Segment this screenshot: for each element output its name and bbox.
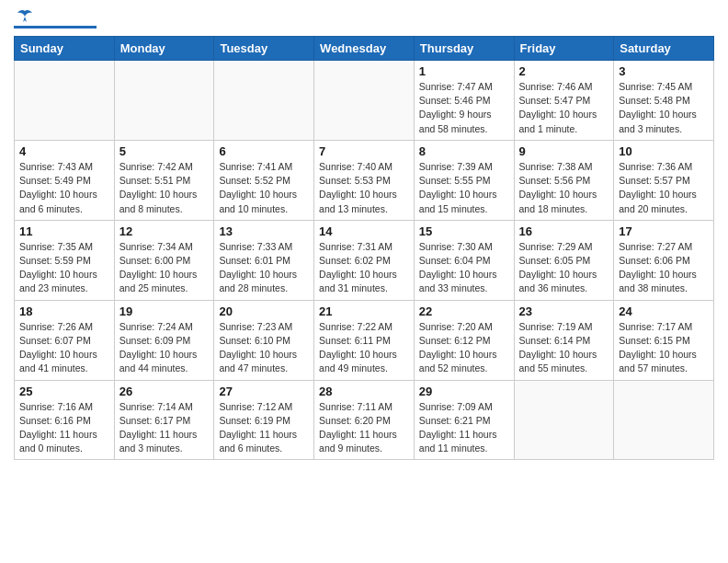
day-number: 21 (319, 304, 409, 318)
col-header-monday: Monday (114, 37, 214, 61)
day-info: Sunrise: 7:27 AM Sunset: 6:06 PM Dayligh… (619, 240, 709, 296)
day-info: Sunrise: 7:35 AM Sunset: 5:59 PM Dayligh… (19, 240, 109, 296)
day-info: Sunrise: 7:19 AM Sunset: 6:14 PM Dayligh… (519, 320, 609, 376)
day-info: Sunrise: 7:11 AM Sunset: 6:20 PM Dayligh… (319, 400, 409, 456)
day-number: 12 (119, 224, 210, 238)
calendar-week-row: 18Sunrise: 7:26 AM Sunset: 6:07 PM Dayli… (15, 300, 714, 380)
day-number: 27 (219, 385, 309, 398)
day-info: Sunrise: 7:33 AM Sunset: 6:01 PM Dayligh… (219, 240, 309, 296)
calendar-cell: 19Sunrise: 7:24 AM Sunset: 6:09 PM Dayli… (114, 300, 214, 380)
day-number: 1 (419, 64, 509, 78)
calendar-cell: 17Sunrise: 7:27 AM Sunset: 6:06 PM Dayli… (614, 220, 714, 300)
calendar-cell (214, 61, 314, 141)
day-info: Sunrise: 7:47 AM Sunset: 5:46 PM Dayligh… (419, 80, 509, 136)
calendar-week-row: 11Sunrise: 7:35 AM Sunset: 5:59 PM Dayli… (15, 220, 714, 300)
day-number: 22 (419, 304, 509, 318)
calendar-week-row: 4Sunrise: 7:43 AM Sunset: 5:49 PM Daylig… (15, 140, 714, 220)
day-info: Sunrise: 7:31 AM Sunset: 6:02 PM Dayligh… (319, 240, 409, 296)
day-number: 14 (319, 224, 409, 238)
day-info: Sunrise: 7:12 AM Sunset: 6:19 PM Dayligh… (219, 400, 309, 456)
day-number: 26 (119, 385, 210, 398)
calendar-cell: 14Sunrise: 7:31 AM Sunset: 6:02 PM Dayli… (314, 220, 415, 300)
col-header-tuesday: Tuesday (214, 37, 314, 61)
logo (14, 9, 97, 29)
calendar-cell: 20Sunrise: 7:23 AM Sunset: 6:10 PM Dayli… (214, 300, 314, 380)
calendar-cell: 16Sunrise: 7:29 AM Sunset: 6:05 PM Dayli… (514, 220, 614, 300)
day-info: Sunrise: 7:09 AM Sunset: 6:21 PM Dayligh… (419, 400, 509, 456)
day-number: 4 (19, 144, 109, 158)
calendar-cell: 9Sunrise: 7:38 AM Sunset: 5:56 PM Daylig… (514, 140, 614, 220)
calendar-cell: 6Sunrise: 7:41 AM Sunset: 5:52 PM Daylig… (214, 140, 314, 220)
page-header (14, 9, 714, 29)
day-info: Sunrise: 7:43 AM Sunset: 5:49 PM Dayligh… (19, 160, 109, 216)
calendar-week-row: 25Sunrise: 7:16 AM Sunset: 6:16 PM Dayli… (15, 380, 714, 460)
day-number: 9 (519, 144, 609, 158)
day-number: 3 (619, 64, 709, 78)
day-info: Sunrise: 7:16 AM Sunset: 6:16 PM Dayligh… (19, 400, 109, 456)
day-number: 20 (219, 304, 309, 318)
day-info: Sunrise: 7:26 AM Sunset: 6:07 PM Dayligh… (19, 320, 109, 376)
calendar-header-row: SundayMondayTuesdayWednesdayThursdayFrid… (15, 37, 714, 61)
day-number: 11 (19, 224, 109, 238)
calendar-cell (614, 380, 714, 460)
day-number: 15 (419, 224, 509, 238)
day-info: Sunrise: 7:30 AM Sunset: 6:04 PM Dayligh… (419, 240, 509, 296)
calendar-cell: 25Sunrise: 7:16 AM Sunset: 6:16 PM Dayli… (15, 380, 115, 460)
day-info: Sunrise: 7:17 AM Sunset: 6:15 PM Dayligh… (619, 320, 709, 376)
calendar-cell: 22Sunrise: 7:20 AM Sunset: 6:12 PM Dayli… (414, 300, 514, 380)
col-header-wednesday: Wednesday (314, 37, 415, 61)
calendar-cell: 4Sunrise: 7:43 AM Sunset: 5:49 PM Daylig… (15, 140, 115, 220)
day-number: 19 (119, 304, 210, 318)
calendar-cell (114, 61, 214, 141)
col-header-thursday: Thursday (414, 37, 514, 61)
calendar-cell (314, 61, 415, 141)
calendar-cell: 3Sunrise: 7:45 AM Sunset: 5:48 PM Daylig… (614, 61, 714, 141)
day-info: Sunrise: 7:38 AM Sunset: 5:56 PM Dayligh… (519, 160, 609, 216)
day-info: Sunrise: 7:45 AM Sunset: 5:48 PM Dayligh… (619, 80, 709, 136)
day-number: 29 (419, 385, 509, 398)
day-info: Sunrise: 7:14 AM Sunset: 6:17 PM Dayligh… (119, 400, 210, 456)
calendar-cell: 24Sunrise: 7:17 AM Sunset: 6:15 PM Dayli… (614, 300, 714, 380)
day-info: Sunrise: 7:40 AM Sunset: 5:53 PM Dayligh… (319, 160, 409, 216)
day-info: Sunrise: 7:22 AM Sunset: 6:11 PM Dayligh… (319, 320, 409, 376)
calendar-cell: 10Sunrise: 7:36 AM Sunset: 5:57 PM Dayli… (614, 140, 714, 220)
col-header-sunday: Sunday (15, 37, 115, 61)
day-number: 10 (619, 144, 709, 158)
calendar-table: SundayMondayTuesdayWednesdayThursdayFrid… (14, 36, 714, 460)
calendar-cell: 12Sunrise: 7:34 AM Sunset: 6:00 PM Dayli… (114, 220, 214, 300)
calendar-cell: 18Sunrise: 7:26 AM Sunset: 6:07 PM Dayli… (15, 300, 115, 380)
col-header-saturday: Saturday (614, 37, 714, 61)
calendar-cell: 26Sunrise: 7:14 AM Sunset: 6:17 PM Dayli… (114, 380, 214, 460)
day-info: Sunrise: 7:39 AM Sunset: 5:55 PM Dayligh… (419, 160, 509, 216)
calendar-cell: 21Sunrise: 7:22 AM Sunset: 6:11 PM Dayli… (314, 300, 415, 380)
day-info: Sunrise: 7:20 AM Sunset: 6:12 PM Dayligh… (419, 320, 509, 376)
day-number: 5 (119, 144, 210, 158)
day-number: 8 (419, 144, 509, 158)
day-number: 16 (519, 224, 609, 238)
day-info: Sunrise: 7:23 AM Sunset: 6:10 PM Dayligh… (219, 320, 309, 376)
day-info: Sunrise: 7:42 AM Sunset: 5:51 PM Dayligh… (119, 160, 210, 216)
calendar-cell: 13Sunrise: 7:33 AM Sunset: 6:01 PM Dayli… (214, 220, 314, 300)
day-number: 18 (19, 304, 109, 318)
calendar-cell: 1Sunrise: 7:47 AM Sunset: 5:46 PM Daylig… (414, 61, 514, 141)
calendar-cell: 7Sunrise: 7:40 AM Sunset: 5:53 PM Daylig… (314, 140, 415, 220)
day-number: 6 (219, 144, 309, 158)
day-number: 24 (619, 304, 709, 318)
day-info: Sunrise: 7:34 AM Sunset: 6:00 PM Dayligh… (119, 240, 210, 296)
day-info: Sunrise: 7:24 AM Sunset: 6:09 PM Dayligh… (119, 320, 210, 376)
day-number: 28 (319, 385, 409, 398)
day-info: Sunrise: 7:29 AM Sunset: 6:05 PM Dayligh… (519, 240, 609, 296)
calendar-cell: 8Sunrise: 7:39 AM Sunset: 5:55 PM Daylig… (414, 140, 514, 220)
day-number: 13 (219, 224, 309, 238)
calendar-cell: 5Sunrise: 7:42 AM Sunset: 5:51 PM Daylig… (114, 140, 214, 220)
logo-underline (14, 26, 97, 29)
calendar-cell: 23Sunrise: 7:19 AM Sunset: 6:14 PM Dayli… (514, 300, 614, 380)
calendar-cell: 15Sunrise: 7:30 AM Sunset: 6:04 PM Dayli… (414, 220, 514, 300)
col-header-friday: Friday (514, 37, 614, 61)
day-number: 25 (19, 385, 109, 398)
calendar-week-row: 1Sunrise: 7:47 AM Sunset: 5:46 PM Daylig… (15, 61, 714, 141)
calendar-cell: 27Sunrise: 7:12 AM Sunset: 6:19 PM Dayli… (214, 380, 314, 460)
day-info: Sunrise: 7:41 AM Sunset: 5:52 PM Dayligh… (219, 160, 309, 216)
calendar-cell: 2Sunrise: 7:46 AM Sunset: 5:47 PM Daylig… (514, 61, 614, 141)
logo-bird-icon (16, 9, 34, 24)
